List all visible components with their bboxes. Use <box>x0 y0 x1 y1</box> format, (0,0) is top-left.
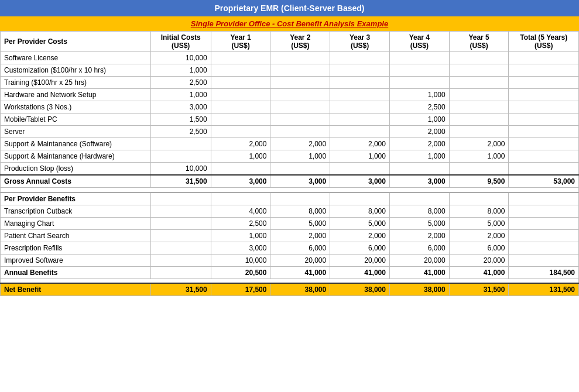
col-total-header: Total (5 Years)(US$) <box>509 32 579 52</box>
row-total <box>509 77 579 89</box>
row-total <box>509 126 579 138</box>
row-label: Hardware and Network Setup <box>1 89 151 101</box>
row-initial <box>150 205 211 217</box>
row-label: Training ($100/hr x 25 hrs) <box>1 77 151 89</box>
row-y3: 2,000 <box>330 229 390 242</box>
net-y2: 38,000 <box>270 283 330 296</box>
row-label: Support & Maintanance (Software) <box>1 138 151 150</box>
row-total <box>509 217 579 229</box>
row-y5 <box>449 89 509 101</box>
row-y3: 20,000 <box>330 254 390 266</box>
row-initial: 1,500 <box>150 114 211 126</box>
row-label: Transcription Cutback <box>1 205 151 217</box>
row-total <box>509 101 579 114</box>
row-y4 <box>389 52 449 64</box>
net-label: Net Benefit <box>1 283 151 296</box>
row-total <box>509 229 579 242</box>
row-y5 <box>449 126 509 138</box>
gross-y2: 3,000 <box>270 175 330 188</box>
row-y2: 20,000 <box>270 254 330 266</box>
row-label: Server <box>1 126 151 138</box>
row-total <box>509 242 579 254</box>
row-y2: 8,000 <box>270 205 330 217</box>
row-y1 <box>211 101 270 114</box>
row-initial: 1,000 <box>150 64 211 77</box>
gross-y5: 9,500 <box>449 175 509 188</box>
row-total <box>509 52 579 64</box>
net-initial: 31,500 <box>150 283 211 296</box>
row-total <box>509 114 579 126</box>
sub-title: Single Provider Office - Cost Benefit An… <box>0 16 579 31</box>
row-y1: 4,000 <box>211 205 270 217</box>
spacer2 <box>1 278 579 283</box>
row-y5: 6,000 <box>449 242 509 254</box>
gross-y4: 3,000 <box>389 175 449 188</box>
ab-y5: 41,000 <box>449 266 509 278</box>
row-y4: 2,000 <box>389 126 449 138</box>
row-y3 <box>330 114 390 126</box>
row-initial <box>150 217 211 229</box>
row-y2 <box>270 163 330 176</box>
row-y4: 6,000 <box>389 242 449 254</box>
gross-y1: 3,000 <box>211 175 270 188</box>
row-label: Support & Maintanance (Hardware) <box>1 150 151 163</box>
row-y2 <box>270 114 330 126</box>
col-initial-header: Initial Costs(US$) <box>150 32 211 52</box>
benefit-row: Transcription Cutback 4,000 8,000 8,000 … <box>1 205 579 217</box>
row-y3 <box>330 64 390 77</box>
spacer <box>1 188 579 192</box>
ab-y2: 41,000 <box>270 266 330 278</box>
net-y3: 38,000 <box>330 283 390 296</box>
cost-row: Hardware and Network Setup 1,000 1,000 <box>1 89 579 101</box>
benefits-header-label: Per Provider Benefits <box>1 192 151 205</box>
row-y2 <box>270 101 330 114</box>
row-y1 <box>211 64 270 77</box>
benefit-row: Managing Chart 2,500 5,000 5,000 5,000 5… <box>1 217 579 229</box>
row-y3: 6,000 <box>330 242 390 254</box>
row-y1: 1,000 <box>211 150 270 163</box>
row-initial <box>150 138 211 150</box>
row-y1 <box>211 77 270 89</box>
row-y3 <box>330 52 390 64</box>
row-y1 <box>211 52 270 64</box>
row-y1: 2,500 <box>211 217 270 229</box>
row-y5 <box>449 52 509 64</box>
row-y4 <box>389 163 449 176</box>
row-y5: 2,000 <box>449 138 509 150</box>
row-y5: 8,000 <box>449 205 509 217</box>
gross-label: Gross Annual Costs <box>1 175 151 188</box>
row-y3 <box>330 101 390 114</box>
row-total <box>509 205 579 217</box>
row-label: Patient Chart Search <box>1 229 151 242</box>
row-y1 <box>211 126 270 138</box>
row-y4: 1,000 <box>389 150 449 163</box>
cost-row: Customization ($100/hr x 10 hrs) 1,000 <box>1 64 579 77</box>
row-total <box>509 163 579 176</box>
row-y2 <box>270 52 330 64</box>
row-y5 <box>449 114 509 126</box>
row-label: Customization ($100/hr x 10 hrs) <box>1 64 151 77</box>
cost-row: Server 2,500 2,000 <box>1 126 579 138</box>
row-y3 <box>330 163 390 176</box>
net-y4: 38,000 <box>389 283 449 296</box>
row-initial <box>150 254 211 266</box>
row-y5: 20,000 <box>449 254 509 266</box>
row-y2: 2,000 <box>270 138 330 150</box>
row-initial: 1,000 <box>150 89 211 101</box>
row-label: Production Stop (loss) <box>1 163 151 176</box>
row-total <box>509 89 579 101</box>
ab-y3: 41,000 <box>330 266 390 278</box>
row-y1: 2,000 <box>211 138 270 150</box>
row-label: Workstations (3 Nos.) <box>1 101 151 114</box>
gross-y3: 3,000 <box>330 175 390 188</box>
annual-benefits-label: Annual Benefits <box>1 266 151 278</box>
row-initial: 10,000 <box>150 52 211 64</box>
row-y4: 2,000 <box>389 138 449 150</box>
row-y4: 1,000 <box>389 114 449 126</box>
ab-y4: 41,000 <box>389 266 449 278</box>
row-y1: 3,000 <box>211 242 270 254</box>
col-y4-header: Year 4(US$) <box>389 32 449 52</box>
cost-row: Training ($100/hr x 25 hrs) 2,500 <box>1 77 579 89</box>
row-y3: 8,000 <box>330 205 390 217</box>
col-y1-header: Year 1(US$) <box>211 32 270 52</box>
